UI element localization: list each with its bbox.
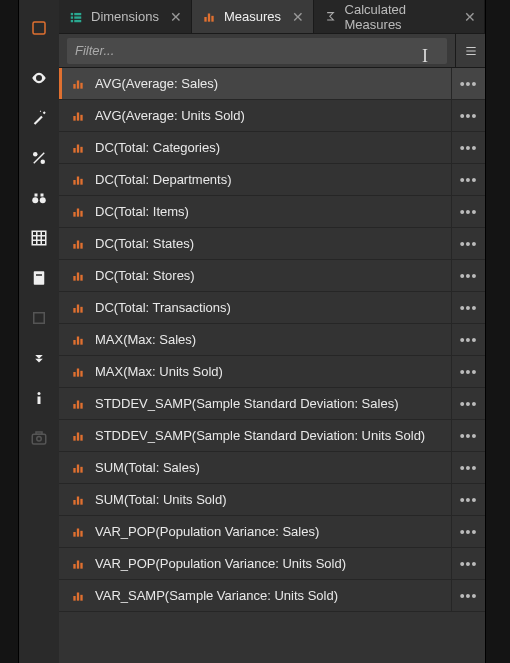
more-icon[interactable]: •••: [451, 452, 485, 484]
measure-label: STDDEV_SAMP(Sample Standard Deviation: U…: [95, 428, 441, 443]
bar-chart-icon: [71, 333, 85, 347]
more-icon[interactable]: •••: [451, 196, 485, 228]
bar-chart-icon: [71, 365, 85, 379]
more-icon[interactable]: •••: [451, 132, 485, 164]
binoculars-icon[interactable]: [19, 178, 59, 218]
svg-rect-36: [77, 176, 79, 184]
svg-rect-35: [73, 180, 75, 185]
expand-icon[interactable]: [19, 338, 59, 378]
svg-rect-67: [80, 498, 82, 504]
svg-rect-18: [74, 12, 81, 14]
list-item[interactable]: STDDEV_SAMP(Sample Standard Deviation: S…: [59, 388, 485, 420]
svg-point-5: [40, 197, 46, 203]
bar-chart-icon: [71, 109, 85, 123]
close-icon[interactable]: ✕: [462, 8, 478, 26]
svg-rect-30: [77, 112, 79, 120]
measure-label: DC(Total: Categories): [95, 140, 441, 155]
percent-icon[interactable]: [19, 138, 59, 178]
bar-chart-icon: [71, 205, 85, 219]
more-icon[interactable]: •••: [451, 324, 485, 356]
more-icon[interactable]: •••: [451, 260, 485, 292]
bar-chart-icon: [71, 589, 85, 603]
rail-dim-1-icon[interactable]: [19, 298, 59, 338]
panel-menu-icon[interactable]: [455, 34, 485, 68]
measure-label: MAX(Max: Sales): [95, 332, 441, 347]
grid-icon[interactable]: [19, 218, 59, 258]
more-icon[interactable]: •••: [451, 356, 485, 388]
tab-dimensions[interactable]: Dimensions✕: [59, 0, 192, 33]
list-item[interactable]: DC(Total: Items)•••: [59, 196, 485, 228]
list-item[interactable]: SUM(Total: Units Sold)•••: [59, 484, 485, 516]
more-icon[interactable]: •••: [451, 548, 485, 580]
more-icon[interactable]: •••: [451, 420, 485, 452]
svg-rect-24: [208, 13, 210, 21]
svg-rect-71: [73, 564, 75, 569]
list-item[interactable]: VAR_POP(Population Variance: Sales)•••: [59, 516, 485, 548]
bar-chart-icon: [71, 77, 85, 91]
eye-icon[interactable]: [19, 58, 59, 98]
svg-rect-11: [34, 313, 45, 324]
svg-rect-49: [80, 306, 82, 312]
more-icon[interactable]: •••: [451, 164, 485, 196]
list-item[interactable]: DC(Total: States)•••: [59, 228, 485, 260]
svg-rect-34: [80, 146, 82, 152]
list-item[interactable]: SUM(Total: Sales)•••: [59, 452, 485, 484]
list-item[interactable]: DC(Total: Stores)•••: [59, 260, 485, 292]
svg-rect-26: [73, 84, 75, 89]
list-item[interactable]: VAR_SAMP(Sample Variance: Units Sold)•••: [59, 580, 485, 612]
list-item[interactable]: DC(Total: Departments)•••: [59, 164, 485, 196]
svg-rect-23: [204, 17, 206, 22]
svg-rect-43: [80, 242, 82, 248]
more-icon[interactable]: •••: [451, 580, 485, 612]
more-icon[interactable]: •••: [451, 516, 485, 548]
svg-rect-64: [80, 466, 82, 472]
measure-label: VAR_SAMP(Sample Variance: Units Sold): [95, 588, 441, 603]
bar-chart-icon: [71, 429, 85, 443]
page-icon[interactable]: [19, 258, 59, 298]
more-icon[interactable]: •••: [451, 228, 485, 260]
svg-rect-46: [80, 274, 82, 280]
info-icon[interactable]: [19, 378, 59, 418]
svg-rect-28: [80, 82, 82, 88]
bar-chart-icon: [71, 237, 85, 251]
measures-list: AVG(Average: Sales)•••AVG(Average: Units…: [59, 68, 485, 663]
more-icon[interactable]: •••: [451, 100, 485, 132]
filter-row: [59, 34, 485, 68]
list-item[interactable]: DC(Total: Categories)•••: [59, 132, 485, 164]
list-item[interactable]: MAX(Max: Units Sold)•••: [59, 356, 485, 388]
more-icon[interactable]: •••: [451, 292, 485, 324]
tab-bar: Dimensions✕Measures✕Calculated Measures✕: [59, 0, 485, 34]
list-item[interactable]: DC(Total: Transactions)•••: [59, 292, 485, 324]
svg-point-15: [37, 437, 42, 442]
svg-rect-69: [77, 528, 79, 536]
sigma-icon: [324, 10, 337, 24]
svg-rect-19: [71, 16, 73, 18]
tab-calculated-measures[interactable]: Calculated Measures✕: [314, 0, 485, 33]
camera-icon[interactable]: [19, 418, 59, 458]
svg-rect-53: [73, 372, 75, 377]
list-item[interactable]: STDDEV_SAMP(Sample Standard Deviation: U…: [59, 420, 485, 452]
svg-rect-21: [71, 19, 73, 21]
more-icon[interactable]: •••: [451, 484, 485, 516]
bar-chart-icon: [71, 141, 85, 155]
wand-icon[interactable]: [19, 98, 59, 138]
close-icon[interactable]: ✕: [167, 8, 185, 26]
svg-rect-13: [38, 397, 41, 405]
list-item[interactable]: VAR_POP(Population Variance: Units Sold)…: [59, 548, 485, 580]
filter-input[interactable]: [67, 38, 447, 64]
svg-rect-33: [77, 144, 79, 152]
close-icon[interactable]: ✕: [289, 8, 307, 26]
more-icon[interactable]: •••: [451, 68, 485, 100]
bar-chart-icon: [71, 461, 85, 475]
tab-measures[interactable]: Measures✕: [192, 0, 314, 33]
svg-rect-22: [74, 19, 81, 21]
list-item[interactable]: AVG(Average: Sales)•••: [59, 68, 485, 100]
right-gutter: [486, 0, 510, 663]
more-icon[interactable]: •••: [451, 388, 485, 420]
svg-rect-62: [73, 468, 75, 473]
list-item[interactable]: MAX(Max: Sales)•••: [59, 324, 485, 356]
bar-chart-icon: [202, 10, 216, 24]
list-item[interactable]: AVG(Average: Units Sold)•••: [59, 100, 485, 132]
rail-home-icon[interactable]: [19, 8, 59, 48]
svg-point-1: [38, 77, 41, 80]
